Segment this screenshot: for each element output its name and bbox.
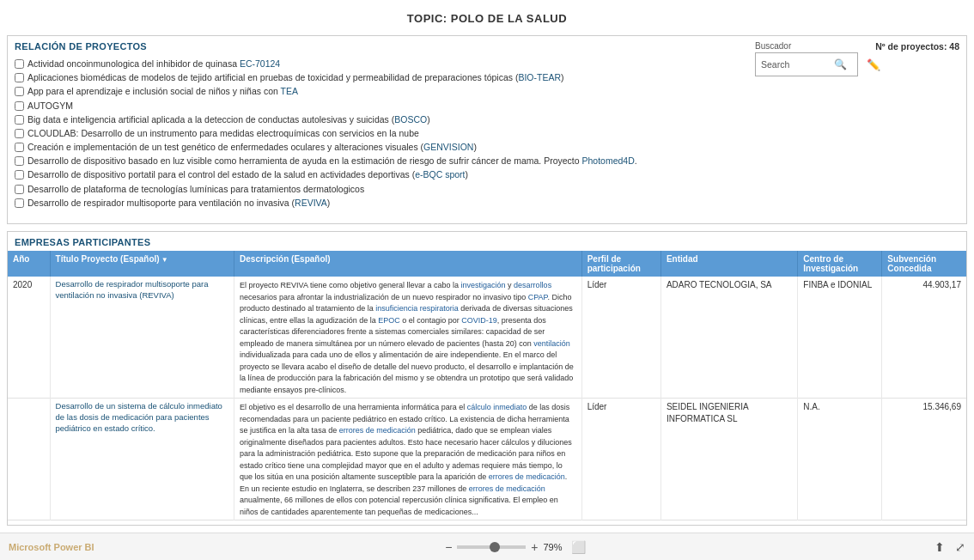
project-name: Desarrollo de dispositivo portatil para … bbox=[27, 168, 468, 180]
project-link[interactable]: TEA bbox=[281, 86, 298, 96]
col-header-centro: Centro de Investigación bbox=[798, 251, 882, 277]
pencil-icon[interactable]: ✏️ bbox=[867, 58, 880, 71]
search-area: Buscador 🔍 ✏️ bbox=[755, 41, 880, 76]
col-header-perfil: Perfil de participación bbox=[581, 251, 660, 277]
project-name: Actividad oncoinmunologica del inhibidor… bbox=[27, 58, 280, 70]
search-icon[interactable]: 🔍 bbox=[834, 58, 847, 70]
list-item: Desarrollo de respirador multisoporte pa… bbox=[15, 196, 959, 210]
list-item: Desarrollo de plataforma de tecnologías … bbox=[15, 182, 959, 196]
empresas-table: AñoTítulo Proyecto (Español)▼Descripción… bbox=[8, 251, 966, 520]
list-item: AUTOGYM bbox=[15, 99, 959, 113]
project-checkbox[interactable] bbox=[15, 156, 24, 166]
cell-desc: El objetivo es el desarrollo de una herr… bbox=[234, 399, 582, 520]
project-checkbox[interactable] bbox=[15, 143, 24, 152]
list-item: CLOUDLAB: Desarrollo de un instrumento p… bbox=[15, 126, 959, 140]
zoom-minus-button[interactable]: − bbox=[443, 540, 454, 554]
project-name: App para el aprendizaje e inclusión soci… bbox=[27, 85, 298, 97]
cell-centro: FINBA e IDONIAL bbox=[798, 277, 882, 399]
list-item: App para el aprendizaje e inclusión soci… bbox=[15, 84, 959, 98]
project-checkbox[interactable] bbox=[15, 73, 24, 82]
table-body: 2020Desarrollo de respirador multisoport… bbox=[8, 277, 966, 520]
col-header-entidad: Entidad bbox=[660, 251, 797, 277]
list-item: Desarrollo de dispositivo basado en luz … bbox=[15, 154, 959, 167]
project-name: AUTOGYM bbox=[27, 100, 73, 112]
top-panel: RELACIÓN DE PROYECTOS Buscador 🔍 ✏️ Nº d… bbox=[7, 35, 967, 224]
project-checkbox[interactable] bbox=[15, 170, 24, 180]
cell-entidad: SEIDEL INGENIERIA INFORMATICA SL bbox=[660, 399, 797, 520]
list-item: Desarrollo de dispositivo portatil para … bbox=[15, 167, 959, 181]
table-row[interactable]: 2020Desarrollo de respirador multisoport… bbox=[8, 277, 966, 399]
list-item: Creación e implementación de un test gen… bbox=[15, 140, 959, 154]
share-icon[interactable]: ⬆ bbox=[934, 540, 945, 554]
table-header-row: AñoTítulo Proyecto (Español)▼Descripción… bbox=[8, 251, 966, 277]
list-item: Desarrollo de un modelo predictivo e int… bbox=[15, 210, 959, 211]
cell-entidad: ADARO TECNOLOGIA, SA bbox=[660, 277, 797, 399]
search-input[interactable] bbox=[761, 59, 834, 70]
col-header-desc: Descripción (Español) bbox=[234, 251, 582, 277]
list-item: Big data e inteligencia artificial aplic… bbox=[15, 113, 959, 126]
search-box: 🔍 bbox=[755, 52, 858, 76]
project-name: Desarrollo de plataforma de tecnologías … bbox=[27, 183, 364, 195]
project-name: Desarrollo de dispositivo basado en luz … bbox=[27, 155, 637, 167]
project-list: Actividad oncoinmunologica del inhibidor… bbox=[15, 57, 959, 211]
project-checkbox[interactable] bbox=[15, 115, 24, 125]
project-checkbox[interactable] bbox=[15, 198, 24, 208]
project-checkbox[interactable] bbox=[15, 59, 24, 69]
project-link[interactable]: Photomed4D bbox=[582, 155, 635, 166]
project-link[interactable]: EC-70124 bbox=[240, 58, 280, 69]
bottom-right-icons: ⬆ ⤢ bbox=[934, 540, 965, 554]
cell-centro: N.A. bbox=[798, 399, 882, 520]
project-name: Big data e inteligencia artificial aplic… bbox=[27, 113, 430, 125]
project-name: Desarrollo de respirador multisoporte pa… bbox=[27, 197, 330, 209]
num-proyectos: Nº de proyectos: 48 bbox=[875, 41, 959, 52]
cell-title: Desarrollo de un sistema de cálculo inme… bbox=[50, 399, 234, 520]
table-container[interactable]: AñoTítulo Proyecto (Español)▼Descripción… bbox=[8, 251, 966, 525]
cell-perfil: Líder bbox=[581, 399, 660, 520]
cell-sub: 15.346,69 bbox=[882, 399, 966, 520]
topic-name: POLO DE LA SALUD bbox=[451, 12, 567, 25]
project-link[interactable]: REVIVA bbox=[295, 198, 327, 208]
bottom-panel-title: EMPRESAS PARTICIPANTES bbox=[8, 232, 966, 251]
project-name: Creación e implementación de un test gen… bbox=[27, 141, 477, 153]
topic-label: TOPIC: bbox=[407, 12, 447, 25]
zoom-slider-thumb bbox=[490, 542, 500, 552]
project-link[interactable]: e-BQC sport bbox=[415, 169, 465, 180]
project-name: Desarrollo de un modelo predictivo e int… bbox=[27, 210, 764, 211]
table-row[interactable]: Desarrollo de un sistema de cálculo inme… bbox=[8, 399, 966, 520]
zoom-percent: 79% bbox=[544, 542, 568, 552]
col-header-year: Año bbox=[8, 251, 50, 277]
search-label: Buscador bbox=[755, 41, 880, 51]
project-checkbox[interactable] bbox=[15, 87, 24, 96]
project-checkbox[interactable] bbox=[15, 129, 24, 138]
topic-header: TOPIC: POLO DE LA SALUD bbox=[7, 7, 967, 28]
project-checkbox[interactable] bbox=[15, 185, 24, 194]
project-name: CLOUDLAB: Desarrollo de un instrumento p… bbox=[27, 127, 419, 139]
zoom-plus-button[interactable]: + bbox=[529, 540, 539, 554]
project-link[interactable]: BIO-TEAR bbox=[518, 72, 561, 82]
cell-year: 2020 bbox=[8, 277, 50, 399]
col-header-sub: Subvención Concedida bbox=[882, 251, 966, 277]
cell-title: Desarrollo de respirador multisoporte pa… bbox=[50, 277, 234, 399]
project-name: Aplicaciones biomédicas de modelos de te… bbox=[27, 71, 564, 83]
col-header-title[interactable]: Título Proyecto (Español)▼ bbox=[50, 251, 234, 277]
sort-arrow: ▼ bbox=[161, 256, 168, 264]
project-link[interactable]: GENVISION bbox=[423, 142, 473, 152]
fit-screen-icon[interactable]: ⬜ bbox=[571, 540, 586, 554]
cell-desc: El proyecto REVIVA tiene como objetivo g… bbox=[234, 277, 582, 399]
cell-perfil: Líder bbox=[581, 277, 660, 399]
bottom-panel: EMPRESAS PARTICIPANTES AñoTítulo Proyect… bbox=[7, 231, 967, 526]
zoom-slider[interactable] bbox=[457, 545, 526, 549]
project-checkbox[interactable] bbox=[15, 101, 24, 111]
cell-sub: 44.903,17 bbox=[882, 277, 966, 399]
bottom-bar: Microsoft Power BI − + 79% ⬜ ⬆ ⤢ bbox=[0, 533, 974, 560]
powerbi-link[interactable]: Microsoft Power BI bbox=[9, 542, 94, 552]
cell-year bbox=[8, 399, 50, 520]
zoom-controls: − + 79% ⬜ bbox=[443, 540, 585, 554]
expand-icon[interactable]: ⤢ bbox=[955, 540, 965, 554]
project-link[interactable]: BOSCO bbox=[394, 114, 427, 125]
